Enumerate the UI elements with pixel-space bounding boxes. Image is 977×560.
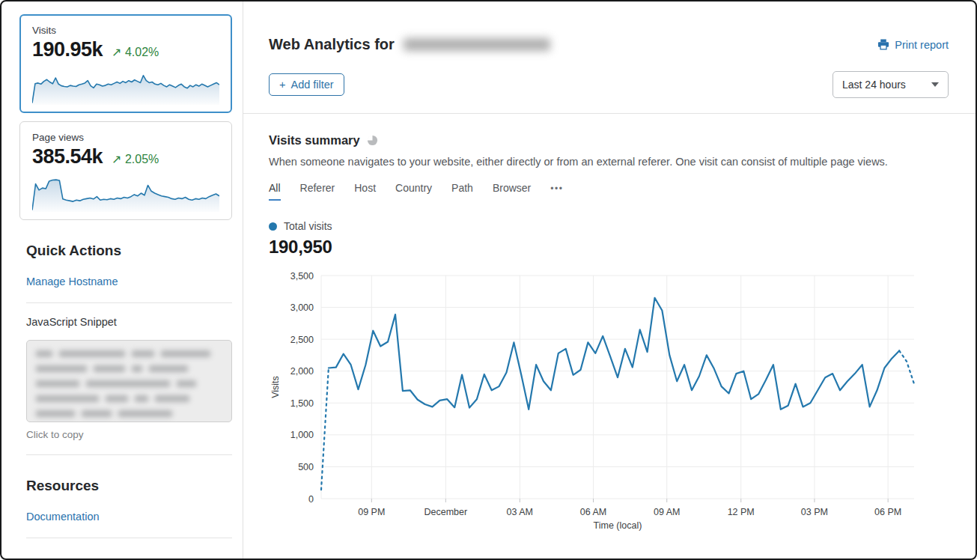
documentation-link[interactable]: Documentation — [26, 511, 100, 523]
divider — [26, 302, 232, 303]
divider — [26, 538, 232, 538]
redacted-code-line — [36, 380, 222, 387]
stat-card-page-views-value: 385.54k — [32, 145, 103, 168]
tab-browser[interactable]: Browser — [493, 182, 531, 201]
svg-text:03 PM: 03 PM — [801, 507, 828, 517]
svg-text:12 PM: 12 PM — [728, 507, 755, 517]
tab-country[interactable]: Country — [395, 182, 432, 201]
svg-text:06 PM: 06 PM — [874, 507, 901, 517]
visits-chart[interactable]: 05001,0001,5002,0002,5003,0003,50009 PMD… — [269, 267, 925, 535]
total-visits-value: 190,950 — [269, 237, 949, 258]
svg-text:500: 500 — [298, 462, 314, 472]
tab-host[interactable]: Host — [354, 182, 376, 201]
page-views-sparkline — [32, 174, 219, 212]
stat-card-visits-change: ↗ 4.02% — [112, 45, 159, 59]
stat-card-page-views-label: Page views — [32, 132, 219, 143]
pie-chart-icon — [367, 135, 378, 146]
js-snippet-code-box[interactable] — [26, 340, 232, 422]
svg-text:09 PM: 09 PM — [358, 507, 385, 517]
plus-icon: + — [279, 79, 285, 91]
stat-card-page-views-change: ↗ 2.05% — [112, 152, 159, 166]
js-snippet-label: JavaScript Snippet — [26, 316, 232, 328]
svg-text:3,000: 3,000 — [290, 302, 314, 313]
tab-all[interactable]: All — [269, 182, 281, 201]
svg-text:2,000: 2,000 — [290, 366, 314, 377]
add-filter-button[interactable]: + Add filter — [269, 73, 344, 96]
divider — [243, 113, 976, 114]
visits-sparkline — [32, 67, 219, 105]
legend-dot-icon — [269, 222, 277, 231]
svg-text:2,500: 2,500 — [290, 335, 314, 345]
svg-text:1,500: 1,500 — [290, 398, 314, 409]
stat-card-page-views[interactable]: Page views 385.54k ↗ 2.05% — [19, 121, 232, 220]
page-title: Web Analytics for — [269, 36, 550, 53]
click-to-copy-hint: Click to copy — [26, 429, 232, 440]
svg-text:0: 0 — [308, 494, 314, 505]
tab-path[interactable]: Path — [451, 182, 473, 201]
svg-text:Time (local): Time (local) — [594, 520, 642, 531]
redacted-code-line — [36, 365, 222, 372]
stat-card-visits[interactable]: Visits 190.95k ↗ 4.02% — [19, 14, 232, 113]
svg-text:06 AM: 06 AM — [580, 507, 606, 517]
sidebar: Visits 190.95k ↗ 4.02% Page views 385.54… — [1, 1, 243, 559]
chevron-down-icon — [931, 82, 939, 87]
divider — [26, 454, 232, 455]
chart-legend: Total visits — [269, 220, 949, 232]
time-range-select[interactable]: Last 24 hours — [833, 71, 949, 98]
print-report-link[interactable]: Print report — [877, 39, 949, 51]
manage-hostname-link[interactable]: Manage Hostname — [26, 276, 118, 287]
svg-text:1,000: 1,000 — [290, 430, 314, 440]
svg-text:03 AM: 03 AM — [507, 507, 533, 517]
svg-text:09 AM: 09 AM — [654, 507, 680, 517]
svg-text:December: December — [424, 507, 467, 517]
time-range-value: Last 24 hours — [842, 79, 906, 91]
quick-actions-heading: Quick Actions — [26, 243, 232, 259]
summary-tabs: AllRefererHostCountryPathBrowser••• — [269, 182, 949, 201]
tabs-more-button[interactable]: ••• — [550, 183, 563, 201]
stat-card-visits-label: Visits — [32, 25, 219, 36]
svg-text:3,500: 3,500 — [290, 271, 314, 281]
redacted-domain — [404, 38, 550, 51]
visits-summary-heading: Visits summary — [269, 133, 360, 147]
trend-up-icon: ↗ — [112, 46, 121, 58]
printer-icon — [877, 39, 889, 50]
visits-summary-description: When someone navigates to your website, … — [269, 156, 949, 168]
redacted-code-line — [36, 410, 222, 417]
stat-card-visits-value: 190.95k — [32, 38, 103, 61]
redacted-code-line — [36, 395, 222, 402]
main-panel: Web Analytics for Print report + Add fil… — [243, 1, 976, 559]
resources-heading: Resources — [26, 478, 232, 494]
tab-referer[interactable]: Referer — [300, 182, 335, 201]
redacted-code-line — [36, 350, 222, 357]
app-window: Visits 190.95k ↗ 4.02% Page views 385.54… — [0, 0, 977, 560]
legend-label: Total visits — [284, 220, 332, 232]
svg-text:Visits: Visits — [270, 376, 281, 398]
trend-up-icon: ↗ — [112, 153, 121, 165]
